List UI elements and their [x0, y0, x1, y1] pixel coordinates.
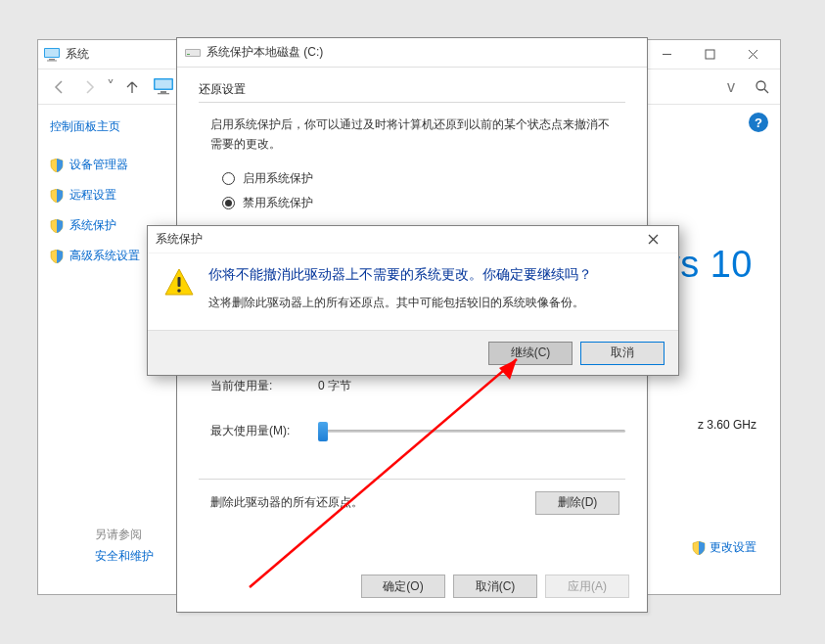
- maximize-button[interactable]: [688, 41, 731, 69]
- sidebar-item-label: 远程设置: [69, 187, 116, 204]
- current-usage-value: 0 字节: [318, 378, 351, 394]
- restore-desc: 启用系统保护后，你可以通过及时将计算机还原到以前的某个状态点来撤消不需要的更改。: [199, 115, 625, 166]
- svg-rect-3: [47, 60, 57, 61]
- close-button[interactable]: [635, 228, 670, 252]
- confirm-title: 系统保护: [156, 231, 635, 248]
- confirm-text-group: 你将不能撤消此驱动器上不需要的系统更改。你确定要继续吗？ 这将删除此驱动器上的所…: [208, 265, 592, 322]
- cancel-button[interactable]: 取消: [580, 342, 665, 365]
- current-usage-row: 当前使用量: 0 字节: [199, 372, 625, 400]
- addr-dropdown[interactable]: v: [727, 78, 735, 96]
- delete-button[interactable]: 删除(D): [535, 491, 619, 515]
- svg-line-13: [764, 89, 768, 93]
- props-titlebar: 系统保护本地磁盘 (C:): [177, 38, 647, 68]
- help-icon[interactable]: ?: [749, 113, 768, 132]
- svg-rect-19: [178, 277, 181, 287]
- radio-label: 启用系统保护: [243, 170, 313, 187]
- slider-track: [318, 430, 625, 433]
- minimize-button[interactable]: [645, 41, 688, 69]
- see-also-label: 另请参阅: [95, 527, 142, 543]
- control-panel-home-link[interactable]: 控制面板主页: [50, 118, 183, 135]
- confirm-dialog: 系统保护 你将不能撤消此驱动器上不需要的系统更改。你确定要继续吗？ 这将删除此驱…: [147, 225, 679, 376]
- change-settings-link[interactable]: 更改设置: [692, 539, 756, 556]
- shield-icon: [50, 219, 64, 233]
- section-divider: [199, 102, 625, 103]
- sidebar-item-label: 高级系统设置: [69, 248, 140, 264]
- svg-rect-10: [160, 91, 166, 93]
- sidebar-item-remote-settings[interactable]: 远程设置: [50, 187, 183, 204]
- search-icon[interactable]: [755, 79, 770, 95]
- confirm-heading: 你将不能撤消此驱动器上不需要的系统更改。你确定要继续吗？: [208, 265, 592, 285]
- radio-label: 禁用系统保护: [243, 195, 313, 211]
- slider-thumb[interactable]: [318, 422, 328, 441]
- radio-enable-protection[interactable]: 启用系统保护: [199, 166, 625, 191]
- svg-point-20: [177, 289, 181, 293]
- shield-icon: [692, 541, 706, 555]
- radio-icon: [222, 172, 235, 185]
- svg-rect-2: [49, 59, 55, 61]
- security-maintenance-link[interactable]: 安全和维护: [95, 548, 154, 565]
- warning-icon: [163, 267, 195, 299]
- monitor-icon: [44, 48, 60, 62]
- shield-icon: [50, 159, 64, 172]
- props-button-row: 确定(O) 取消(C) 应用(A): [361, 575, 629, 598]
- recent-dropdown[interactable]: ˅: [107, 77, 115, 96]
- continue-button[interactable]: 继续(C): [488, 342, 573, 365]
- max-usage-slider[interactable]: [318, 420, 625, 443]
- disk-icon: [185, 46, 201, 60]
- confirm-body: 你将不能撤消此驱动器上不需要的系统更改。你确定要继续吗？ 这将删除此驱动器上的所…: [148, 253, 678, 330]
- current-usage-label: 当前使用量:: [210, 378, 298, 394]
- nav-back-button[interactable]: [48, 75, 71, 99]
- shield-icon: [50, 189, 64, 203]
- max-usage-label: 最大使用量(M):: [210, 423, 298, 439]
- addr-monitor-icon: [154, 78, 173, 96]
- props-title: 系统保护本地磁盘 (C:): [206, 44, 639, 61]
- cpu-speed-text: z 3.60 GHz: [698, 418, 756, 432]
- nav-forward-button[interactable]: [77, 75, 101, 99]
- confirm-titlebar: 系统保护: [148, 226, 678, 253]
- change-settings-label: 更改设置: [710, 539, 756, 556]
- apply-button[interactable]: 应用(A): [545, 575, 629, 598]
- cancel-button[interactable]: 取消(C): [453, 575, 537, 598]
- delete-row: 删除此驱动器的所有还原点。 删除(D): [199, 491, 625, 515]
- svg-rect-15: [186, 50, 200, 56]
- sidebar-item-label: 设备管理器: [69, 157, 128, 173]
- sidebar-item-label: 系统保护: [69, 217, 116, 234]
- delete-desc: 删除此驱动器的所有还原点。: [210, 494, 363, 511]
- window-controls: [645, 41, 774, 69]
- svg-rect-11: [158, 93, 169, 94]
- radio-icon: [222, 197, 235, 209]
- svg-rect-9: [156, 79, 172, 88]
- confirm-subtext: 这将删除此驱动器上的所有还原点。其中可能包括较旧的系统映像备份。: [208, 295, 592, 311]
- close-button[interactable]: [731, 41, 774, 69]
- ok-button[interactable]: 确定(O): [361, 575, 445, 598]
- nav-up-button[interactable]: [120, 75, 144, 99]
- shield-icon: [50, 250, 64, 263]
- svg-rect-1: [45, 49, 59, 57]
- svg-rect-16: [187, 54, 190, 55]
- radio-disable-protection[interactable]: 禁用系统保护: [199, 191, 625, 215]
- svg-rect-5: [706, 50, 714, 59]
- restore-section-title: 还原设置: [199, 81, 625, 98]
- section-divider: [199, 479, 625, 480]
- max-usage-row: 最大使用量(M):: [199, 414, 625, 449]
- confirm-button-row: 继续(C) 取消: [148, 330, 678, 375]
- sidebar-item-device-manager[interactable]: 设备管理器: [50, 157, 183, 173]
- svg-point-12: [756, 81, 765, 90]
